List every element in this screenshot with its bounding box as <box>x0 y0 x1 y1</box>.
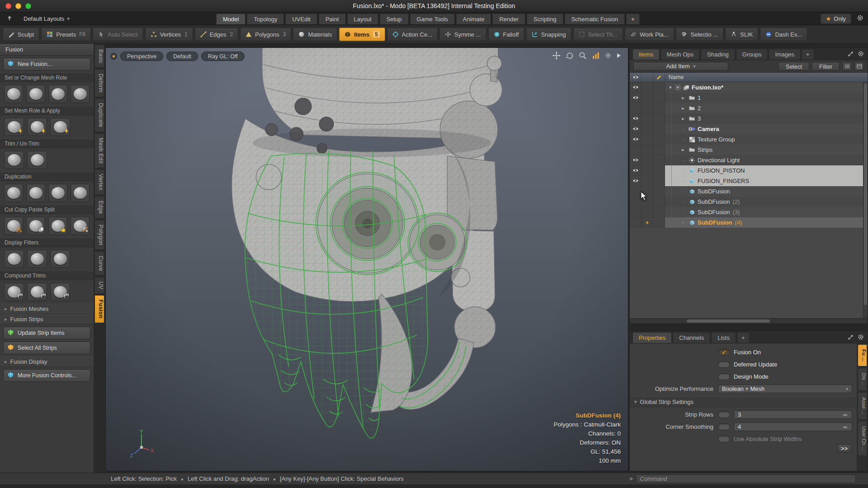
toolbar-presets[interactable]: PresetsF6 <box>41 28 91 41</box>
toolbar-symme[interactable]: Symme ... <box>439 28 486 41</box>
render-toggle[interactable] <box>642 124 653 134</box>
item-row-subdfusion-3[interactable]: ·SubDFusion(3) <box>630 207 868 217</box>
item-row-fusion-piston[interactable]: ·FUSION_PISTON <box>630 165 868 176</box>
mini-toggle-strip-rows[interactable] <box>718 411 730 418</box>
tool-compound-2[interactable] <box>27 283 47 301</box>
visibility-toggle[interactable] <box>630 113 642 124</box>
render-toggle[interactable] <box>642 113 653 124</box>
toolbar-action-ce[interactable]: Action Ce... <box>387 28 438 41</box>
checkbox-design-mode[interactable] <box>718 373 730 380</box>
expand-icon[interactable] <box>848 334 854 342</box>
properties-tab-properties[interactable]: Properties <box>632 332 672 343</box>
tool-compound-3[interactable] <box>50 283 70 301</box>
toolbar-vertices[interactable]: Vertices1 <box>145 28 193 41</box>
tool-cut[interactable] <box>4 217 23 235</box>
expander-icon[interactable]: ▸ <box>680 116 686 122</box>
workspace-tab-schematic-fusion[interactable]: Schematic Fusion <box>565 14 625 24</box>
pan-icon[interactable] <box>552 52 561 60</box>
category-tab-duplicate[interactable]: Duplicate <box>95 99 104 132</box>
items-tab-items[interactable]: Items <box>632 49 660 60</box>
render-toggle[interactable] <box>642 207 653 217</box>
category-tab-mesh-edit[interactable]: Mesh Edit <box>95 133 104 168</box>
checkbox-deferred-update[interactable] <box>718 361 730 368</box>
tree-horizontal-scrollbar[interactable] <box>630 318 868 324</box>
toolbar-falloff[interactable]: Falloff <box>488 28 524 41</box>
visibility-toggle[interactable] <box>630 134 642 145</box>
only-toggle[interactable]: ★ Only <box>821 14 851 24</box>
visibility-toggle[interactable] <box>630 165 642 176</box>
maximize-button[interactable] <box>25 3 31 9</box>
sidebar-section-fusion-strips[interactable]: ▸Fusion Strips <box>0 314 94 324</box>
visibility-toggle[interactable] <box>630 155 642 165</box>
tool-copy[interactable] <box>26 217 45 235</box>
tool-apply-primary[interactable] <box>4 118 24 136</box>
category-tab-basic[interactable]: Basic <box>95 45 104 68</box>
section-global-strip-settings[interactable]: ▾Global Strip Settings <box>630 396 856 407</box>
tool-apply-trim[interactable] <box>50 118 70 136</box>
workspace-tab-setup[interactable]: Setup <box>380 14 409 24</box>
tool-filter-1[interactable] <box>4 250 24 268</box>
workspace-tab-model[interactable]: Model <box>216 14 245 24</box>
field-strip-rows[interactable]: 3◂▸ <box>734 410 852 419</box>
render-toggle[interactable] <box>642 93 653 103</box>
render-toggle[interactable] <box>642 103 653 113</box>
visibility-column-header[interactable] <box>630 73 642 82</box>
tool-compound-1[interactable] <box>4 283 24 301</box>
item-row-strips[interactable]: ▸Strips <box>630 145 868 155</box>
gear-icon[interactable] <box>605 52 611 59</box>
viewport-3d[interactable]: PerspectiveDefaultRay GL: Off SubDFusion… <box>105 47 628 471</box>
tool-role-trim[interactable] <box>48 85 67 103</box>
checkbox-fusion-on[interactable]: ✓ <box>718 349 730 356</box>
item-row-subdfusion-4[interactable]: +·SubDFusion(4) <box>630 217 868 228</box>
items-tab-add[interactable]: + <box>802 49 814 60</box>
item-row-camera[interactable]: ·Camera <box>630 124 868 134</box>
workspace-tab-layout[interactable]: Layout <box>347 14 378 24</box>
tool-duplicate-3[interactable] <box>48 184 67 202</box>
expand-panel-button[interactable]: >> <box>837 444 851 453</box>
advance-icon[interactable] <box>616 52 622 59</box>
item-row-directional-light[interactable]: ·Directional Light <box>630 155 868 165</box>
visibility-toggle[interactable] <box>630 176 642 186</box>
sidebar-button-new-fusion[interactable]: New Fusion... <box>3 58 90 70</box>
sidebar-section-fusion-display[interactable]: ▸Fusion Display <box>0 357 94 367</box>
category-tab-vertex[interactable]: Vertex <box>95 169 104 195</box>
toolbar-snapping[interactable]: Snapping <box>526 28 571 41</box>
dropdown-optimize-performance[interactable]: Boolean + Mesh▾ <box>718 385 852 393</box>
toolbar-items[interactable]: Items5 <box>339 28 385 41</box>
toolbar-select-th[interactable]: Select Th... <box>573 28 623 41</box>
visibility-toggle[interactable] <box>630 217 642 228</box>
add-icon[interactable]: + <box>675 85 680 90</box>
close-button[interactable] <box>5 3 11 9</box>
edge-tab-user-ch[interactable]: User Ch ... <box>858 421 867 456</box>
tool-role-secondary[interactable] <box>26 85 45 103</box>
workspace-tab-game-tools[interactable]: Game Tools <box>410 14 455 24</box>
minimize-button[interactable] <box>15 3 21 9</box>
workspace-tab-animate[interactable]: Animate <box>456 14 491 24</box>
edge-tab-fu[interactable]: Fu ... <box>858 344 867 366</box>
sidebar-button-more-fusion-controls[interactable]: More Fusion Controls... <box>3 369 90 382</box>
add-item-dropdown[interactable]: Add Item ▾ <box>633 62 728 71</box>
workspace-tab-add[interactable]: + <box>626 14 640 24</box>
items-tab-shading[interactable]: Shading <box>701 49 735 60</box>
viewport-perspective-button[interactable]: Perspective <box>120 52 163 61</box>
layout-selector[interactable]: Default Layouts ▾ <box>19 14 74 24</box>
toolbar-polygons[interactable]: Polygons3 <box>240 28 291 41</box>
render-toggle[interactable] <box>642 82 653 93</box>
tool-paste[interactable] <box>48 217 67 235</box>
visibility-toggle[interactable] <box>630 124 642 134</box>
render-toggle[interactable] <box>642 145 653 155</box>
category-tab-uv[interactable]: UV <box>95 277 104 294</box>
visibility-toggle[interactable] <box>630 82 642 93</box>
item-row-subdfusion[interactable]: ·SubDFusion <box>630 186 868 197</box>
tool-duplicate-1[interactable] <box>4 184 23 202</box>
panel-options-icon[interactable] <box>854 62 864 71</box>
edge-tab-dis[interactable]: Dis ... <box>858 368 867 391</box>
properties-tab-add[interactable]: + <box>737 332 750 343</box>
tool-duplicate-2[interactable] <box>26 184 45 202</box>
category-tab-fusion[interactable]: Fusion <box>95 295 104 323</box>
tool-untrim[interactable] <box>27 151 47 169</box>
item-row-subdfusion-2[interactable]: ·SubDFusion(2) <box>630 197 868 207</box>
category-tab-deform[interactable]: Deform <box>95 69 104 97</box>
item-row-2[interactable]: ▸2 <box>630 103 868 113</box>
expander-icon[interactable]: ▸ <box>680 105 686 111</box>
